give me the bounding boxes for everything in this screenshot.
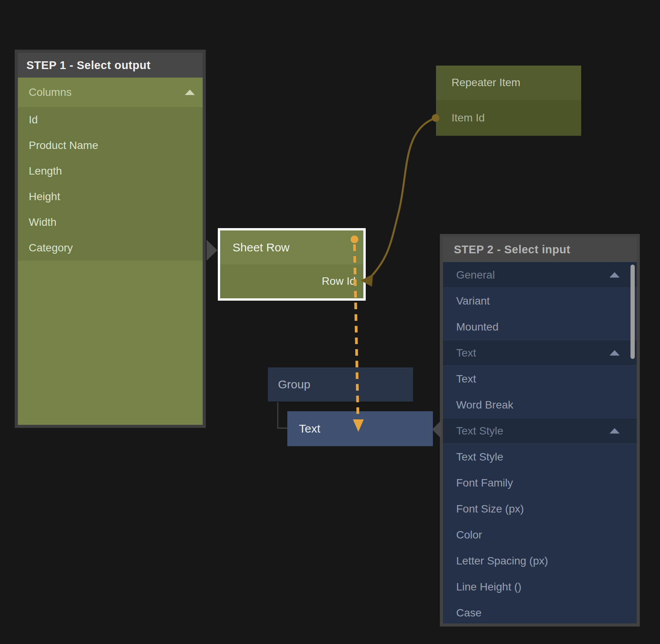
step2-row-word-break[interactable]: Word Break [443,392,637,418]
step2-row-label: Mounted [456,321,498,333]
step2-row-label: Font Size (px) [456,503,524,515]
sheet-row-node[interactable]: Sheet Row Row Id [218,228,366,301]
step2-row-variant[interactable]: Variant [443,288,637,314]
step2-row-line-height[interactable]: Line Height () [443,574,637,600]
repeater-item-node[interactable]: Repeater Item Item Id [436,66,581,136]
step1-header: STEP 1 - Select output [18,53,203,78]
step2-row-label: Text Style [456,425,503,437]
step2-header: STEP 2 - Select input [443,237,637,262]
step2-row-label: Text [456,373,476,385]
collapse-arrow-icon[interactable] [610,272,620,278]
collapse-arrow-icon[interactable] [610,428,620,434]
step2-row-label: Font Family [456,477,513,489]
step2-row-color[interactable]: Color [443,522,637,548]
step2-row-general-section[interactable]: General [443,262,637,288]
step2-row-list: GeneralVariantMountedTextTextWord BreakT… [443,262,637,623]
step2-row-label: Text Style [456,451,503,463]
step2-title: STEP 2 - Select input [454,243,570,256]
step1-item-length[interactable]: Length [18,158,203,184]
step2-row-text[interactable]: Text [443,366,637,392]
step1-title: STEP 1 - Select output [26,59,151,72]
step2-row-label: Color [456,529,482,541]
step2-row-label: Line Height () [456,581,521,593]
tree-connector-horizontal [277,428,287,429]
step2-scrollbar[interactable] [630,265,635,359]
group-node[interactable]: Group [268,367,413,402]
step2-row-font-family[interactable]: Font Family [443,470,637,496]
step1-item-id[interactable]: Id [18,107,203,133]
sheet-row-title: Sheet Row [233,241,290,254]
collapse-arrow-icon[interactable] [610,350,620,356]
step2-row-mounted[interactable]: Mounted [443,314,637,340]
step1-output-connector-icon [207,240,217,261]
repeater-item-header[interactable]: Repeater Item [436,66,581,100]
step1-item-product-name[interactable]: Product Name [18,133,203,158]
text-label: Text [299,422,320,435]
step2-row-case[interactable]: Case [443,600,637,623]
tree-connector-vertical [277,402,278,429]
step1-item-category[interactable]: Category [18,235,203,261]
mapping-canvas: STEP 1 - Select output Columns IdProduct… [0,0,660,644]
step1-columns-label: Columns [29,86,71,99]
step1-panel: STEP 1 - Select output Columns IdProduct… [15,50,206,428]
step2-row-label: General [456,269,495,281]
sheet-row-port[interactable]: Row Id [220,265,363,299]
text-node[interactable]: Text [287,411,433,446]
mapping-connection-line [368,118,436,280]
repeater-item-port[interactable]: Item Id [436,100,581,136]
step2-panel: STEP 2 - Select input GeneralVariantMoun… [440,234,640,627]
step1-empty-area [18,261,203,425]
repeater-item-title: Repeater Item [452,76,520,89]
row-id-label: Row Id [322,275,356,287]
step2-row-label: Word Break [456,399,513,411]
sheet-row-header[interactable]: Sheet Row [220,230,363,265]
step2-row-label: Letter Spacing (px) [456,555,548,567]
group-label: Group [278,378,310,391]
step1-columns-group-header[interactable]: Columns [18,78,203,107]
step2-row-label: Case [456,607,481,619]
step2-row-text-style-section[interactable]: Text Style [443,418,637,444]
step2-row-text-style[interactable]: Text Style [443,444,637,470]
step2-row-font-size-px[interactable]: Font Size (px) [443,496,637,522]
step2-row-label: Text [456,347,476,359]
step2-row-label: Variant [456,295,490,307]
step1-item-width[interactable]: Width [18,209,203,235]
step1-item-list: IdProduct NameLengthHeightWidthCategory [18,107,203,261]
collapse-arrow-icon[interactable] [185,90,195,95]
step2-row-letter-spacing-px[interactable]: Letter Spacing (px) [443,548,637,574]
step1-item-height[interactable]: Height [18,184,203,209]
item-id-label: Item Id [452,112,485,124]
step2-row-text-section[interactable]: Text [443,340,637,366]
